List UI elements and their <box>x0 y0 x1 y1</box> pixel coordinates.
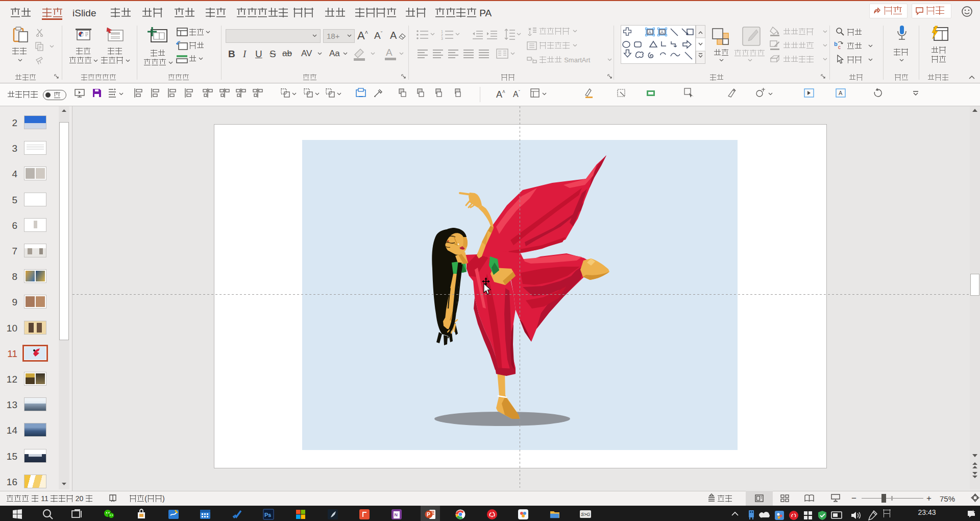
svg-text:S>G: S>G <box>581 512 590 517</box>
svg-text:c: c <box>838 44 841 50</box>
svg-text:A: A <box>648 30 651 35</box>
svg-text:3: 3 <box>441 37 443 40</box>
svg-text:A: A <box>839 90 843 96</box>
svg-text:1: 1 <box>441 30 443 33</box>
svg-text:A: A <box>660 30 664 35</box>
svg-text:N: N <box>395 512 398 517</box>
svg-text:P: P <box>427 511 430 517</box>
svg-text:Ps: Ps <box>264 512 271 518</box>
svg-text:b: b <box>834 41 838 47</box>
svg-text:2: 2 <box>441 33 443 37</box>
